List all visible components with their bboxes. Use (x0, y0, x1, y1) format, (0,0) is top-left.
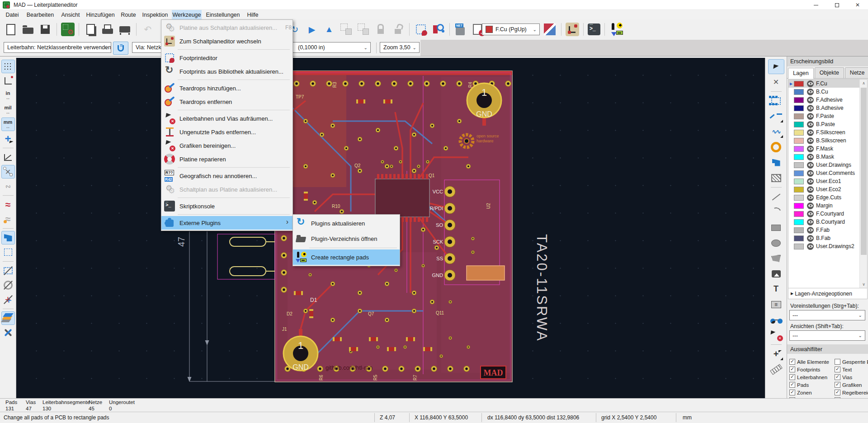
set-origin-icon[interactable] (769, 347, 784, 361)
local-ratsnest-icon[interactable] (769, 75, 784, 89)
menu-werkzeuge[interactable]: Werkzeuge (172, 10, 202, 19)
add-image-icon[interactable] (769, 267, 784, 281)
track-width-combo[interactable]: Leiterbahn: Netzklassenbreite verwenden … (4, 42, 111, 53)
visibility-eye-icon[interactable] (807, 105, 814, 112)
layer-row[interactable]: F.Fab (788, 226, 860, 234)
visibility-eye-icon[interactable] (807, 235, 814, 242)
layer-row[interactable]: User.Drawings2 (788, 242, 860, 250)
zone-outline-icon[interactable] (2, 246, 14, 258)
layer-color-swatch[interactable] (794, 154, 804, 160)
layer-color-swatch[interactable] (794, 97, 804, 103)
presets-combo[interactable]: --- ⌄ (789, 310, 865, 320)
measure-angle-icon[interactable] (2, 151, 14, 164)
visibility-eye-icon[interactable] (807, 80, 814, 87)
menu-item[interactable]: Footprints aus Bibliothek aktualisieren.… (161, 65, 292, 78)
visibility-eye-icon[interactable] (807, 243, 814, 250)
tune-length-icon[interactable] (769, 125, 784, 139)
visibility-eye-icon[interactable] (807, 162, 814, 169)
scripting-console-icon[interactable] (588, 24, 600, 35)
filter-checkbox-row[interactable]: Text (835, 366, 868, 373)
add-keepout-icon[interactable] (769, 171, 784, 185)
layer-row[interactable]: F.Mask (788, 145, 860, 153)
layer-select-combo[interactable]: F.Cu (PgUp) ⌄ (482, 24, 540, 35)
visibility-eye-icon[interactable] (807, 121, 814, 128)
add-footprint-icon[interactable] (769, 94, 784, 108)
layer-color-swatch[interactable] (794, 211, 804, 217)
footprint-editor-icon[interactable] (414, 22, 428, 37)
draw-arc-icon[interactable] (769, 205, 784, 219)
menu-einstellungen[interactable]: Einstellungen (203, 10, 242, 19)
units-mils-icon[interactable]: mil↔ (2, 103, 14, 116)
layer-color-swatch[interactable] (794, 122, 804, 127)
tab-netze[interactable]: Netze (845, 67, 868, 78)
layer-row[interactable]: B.Adhesive (788, 104, 860, 112)
visibility-eye-icon[interactable] (807, 178, 814, 185)
flip-board-icon[interactable] (305, 22, 319, 37)
hide-footprints-icon[interactable] (2, 264, 14, 277)
layer-row[interactable]: User.Eco1 (788, 177, 860, 185)
scroll-up-icon[interactable]: ∧ (860, 80, 868, 87)
new-board-icon[interactable] (4, 22, 18, 37)
layer-list-scrollbar[interactable]: ∧ ∨ (859, 80, 867, 288)
layer-color-swatch[interactable] (794, 203, 804, 209)
menu-inspektion[interactable]: Inspektion (140, 10, 170, 19)
add-via-icon[interactable] (769, 140, 784, 154)
crosshair-cursor-icon[interactable] (2, 132, 14, 145)
visibility-eye-icon[interactable] (807, 97, 814, 103)
layer-row[interactable]: F.Cu (788, 80, 860, 88)
layer-color-swatch[interactable] (794, 105, 804, 111)
menu-item[interactable]: Skriptkonsole (161, 199, 292, 213)
visibility-eye-icon[interactable] (807, 219, 814, 226)
menu-item[interactable]: Zum Schaltplaneditor wechseln (161, 34, 292, 48)
menu-item[interactable]: Externe Plugins (161, 216, 292, 230)
menu-item[interactable]: Footprinteditor (161, 51, 292, 65)
filter-checkbox-row[interactable]: Gesperrte E (835, 358, 868, 365)
checkbox[interactable] (835, 359, 840, 365)
tab-lagen[interactable]: Lagen (788, 68, 814, 79)
open-board-icon[interactable] (21, 22, 35, 37)
zone-filled-icon[interactable] (2, 231, 14, 244)
layer-color-swatch[interactable] (794, 227, 804, 233)
layer-row[interactable]: B.Paste (788, 120, 860, 128)
layer-color-swatch[interactable] (794, 235, 804, 241)
delete-tool-icon[interactable] (769, 328, 784, 342)
layer-color-swatch[interactable] (794, 89, 804, 95)
submenu-item[interactable]: Create rectangle pads (293, 249, 400, 265)
menu-item[interactable]: Teardrops entfernen (161, 95, 292, 108)
layer-color-swatch[interactable] (794, 130, 804, 136)
menu-datei[interactable]: Datei (3, 10, 22, 19)
polar-coordinates-icon[interactable] (2, 75, 14, 87)
visibility-eye-icon[interactable] (807, 227, 814, 234)
draw-circle-icon[interactable] (769, 236, 784, 250)
menu-item[interactable]: Platine aus Schaltplan aktualisieren... … (161, 21, 292, 34)
menu-ansicht[interactable]: Ansicht (59, 10, 82, 19)
layer-color-swatch[interactable] (794, 81, 804, 87)
menu-item[interactable]: Ungenutzte Pads entfernen... (161, 125, 292, 139)
filter-checkbox-row[interactable]: Leiterbahnen (789, 374, 829, 381)
dim-nets-icon[interactable] (2, 213, 14, 226)
menu-item[interactable]: Geografisch neu annotieren... (161, 169, 292, 183)
auto-track-width-toggle[interactable] (113, 42, 128, 55)
create-rectangle-pads-plugin-icon[interactable] (609, 22, 623, 37)
lock-icon[interactable] (373, 22, 388, 37)
properties-tools-icon[interactable] (2, 326, 14, 339)
layer-color-swatch[interactable] (794, 162, 804, 168)
layer-row[interactable]: B.Fab (788, 234, 860, 242)
layer-color-swatch[interactable] (794, 170, 804, 176)
layer-color-swatch[interactable] (794, 146, 804, 152)
visibility-eye-icon[interactable] (807, 186, 814, 193)
visibility-eye-icon[interactable] (807, 194, 814, 201)
layer-row[interactable]: F.Silkscreen (788, 128, 860, 136)
minimize-button[interactable] (806, 0, 826, 10)
add-dimension-icon[interactable] (769, 313, 784, 327)
menu-item[interactable]: Platine reparieren (161, 152, 292, 166)
mirror-icon[interactable] (322, 22, 336, 37)
unlock-icon[interactable] (391, 22, 405, 37)
layer-row[interactable]: B.Courtyard (788, 218, 860, 226)
visibility-eye-icon[interactable] (807, 202, 814, 209)
print-icon[interactable] (100, 22, 115, 37)
units-inches-icon[interactable]: in↔ (2, 89, 14, 102)
visibility-eye-icon[interactable] (807, 170, 814, 177)
visibility-eye-icon[interactable] (807, 129, 814, 136)
submenu-item[interactable]: Plugin-Verzeichnis öffnen (293, 231, 400, 246)
